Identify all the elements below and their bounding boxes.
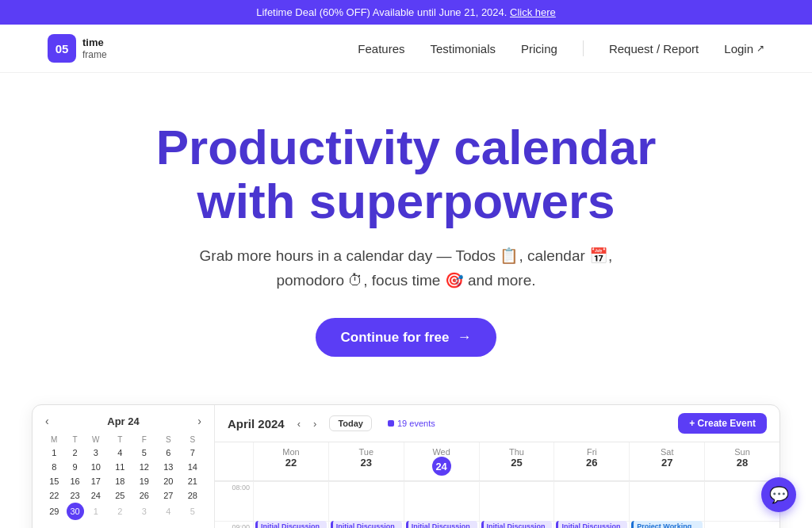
mini-cal-day[interactable]: 4 [108, 446, 132, 460]
mini-cal-day[interactable]: 16 [67, 474, 84, 488]
day-col-1: Initial Discussion09:00 - 10:30Focus Tim… [328, 481, 404, 528]
mini-cal-day[interactable]: 1 [84, 503, 109, 520]
mini-cal-day[interactable]: 10 [84, 460, 109, 474]
mini-cal-day[interactable]: 26 [132, 488, 157, 503]
nav-pricing[interactable]: Pricing [521, 42, 557, 55]
hero-section: Productivity calendar with superpowers G… [0, 73, 812, 388]
day-col-0: Initial Discussion09:00 - 10:30Focus Tim… [253, 481, 328, 528]
calendar-event[interactable]: Initial Discussion09:00 - 10:30 [481, 521, 553, 528]
mini-cal-day[interactable]: 17 [84, 474, 109, 488]
week-day-6: Sun 28 [704, 442, 779, 480]
calendar-toolbar: April 2024 ‹ › Today 19 events + Create … [215, 405, 779, 442]
weekday-col-2: W [84, 434, 109, 446]
mini-cal-day[interactable]: 27 [156, 488, 181, 503]
chat-icon: 💬 [769, 485, 789, 504]
mini-prev-button[interactable]: ‹ [42, 415, 52, 427]
login-button[interactable]: Login ↗ [724, 42, 764, 55]
logo-icon: 05 [48, 34, 76, 63]
day-col-3: Initial Discussion09:00 - 10:30Focus Tim… [479, 481, 554, 528]
weekday-col-0: M [42, 434, 67, 446]
week-day-4: Fri 26 [553, 442, 629, 480]
cta-arrow-icon: → [457, 329, 471, 346]
external-link-icon: ↗ [756, 43, 764, 54]
time-slot-08: 08:00 [215, 481, 253, 521]
weekday-col-4: F [132, 434, 157, 446]
weekday-col-1: T [67, 434, 84, 446]
mini-cal-day[interactable]: 14 [181, 460, 205, 474]
cta-label: Continue for free [341, 330, 450, 346]
mini-cal-day[interactable]: 2 [67, 446, 84, 460]
day-col-2: Initial Discussion09:00 - 10:30BusyDesig… [404, 481, 479, 528]
mini-next-button[interactable]: › [194, 415, 205, 427]
week-grid: Mon 22 Tue 23 Wed 24 Thu 25 [215, 442, 779, 528]
calendar-sidebar: ‹ Apr 24 › M T W T F S S 1234567891011 [33, 405, 215, 528]
cta-button[interactable]: Continue for free → [316, 318, 497, 357]
mini-cal-day[interactable]: 11 [108, 460, 132, 474]
mini-cal-day[interactable]: 23 [67, 488, 84, 503]
mini-cal-day[interactable]: 3 [132, 503, 157, 520]
nav-divider [583, 40, 584, 56]
calendar-event[interactable]: Project Working09:00 - 11:00 [631, 521, 703, 528]
mini-cal-day[interactable]: 4 [156, 503, 181, 520]
mini-calendar-header: ‹ Apr 24 › [42, 415, 205, 427]
calendar-section: ‹ Apr 24 › M T W T F S S 1234567891011 [0, 388, 812, 528]
mini-cal-day[interactable]: 7 [181, 446, 205, 460]
mini-cal-day[interactable]: 20 [156, 474, 181, 488]
calendar-main: April 2024 ‹ › Today 19 events + Create … [215, 405, 779, 528]
logo-text: time frame [82, 36, 107, 60]
logo[interactable]: 05 time frame [48, 34, 107, 63]
week-body: 08:00 09:00 10:00 11:00 12:00 13:00 14:0… [215, 481, 779, 528]
mini-cal-day[interactable]: 29 [42, 503, 67, 520]
banner-text: Lifetime Deal (60% OFF) Available until … [256, 6, 507, 18]
mini-cal-day[interactable]: 19 [132, 474, 157, 488]
day-col-4: Initial Discussion09:00 - 10:30Focus Tim… [553, 481, 629, 528]
navbar: 05 time frame Features Testimonials Pric… [0, 25, 812, 73]
nav-links: Features Testimonials Pricing Request / … [358, 40, 699, 56]
mini-cal-day[interactable]: 21 [181, 474, 205, 488]
chat-bubble[interactable]: 💬 [761, 477, 796, 512]
weekday-col-6: S [181, 434, 205, 446]
events-count: 19 events [378, 419, 445, 428]
calendar-app: ‹ Apr 24 › M T W T F S S 1234567891011 [32, 404, 780, 528]
top-banner: Lifetime Deal (60% OFF) Available until … [0, 0, 812, 25]
logo-line1: time [82, 36, 107, 49]
calendar-event[interactable]: Initial Discussion09:00 - 10:30 [556, 521, 627, 528]
time-col-header [215, 442, 253, 480]
mini-cal-day[interactable]: 30 [67, 503, 84, 520]
mini-cal-day[interactable]: 6 [156, 446, 181, 460]
mini-cal-day[interactable]: 15 [42, 474, 67, 488]
calendar-event[interactable]: Initial Discussion09:00 - 10:30 [406, 521, 477, 528]
hero-title: Productivity calendar with superpowers [128, 121, 684, 228]
mini-cal-day[interactable]: 24 [84, 488, 109, 503]
calendar-event[interactable]: Initial Discussion09:00 - 10:30 [331, 521, 402, 528]
mini-cal-day[interactable]: 1 [42, 446, 67, 460]
mini-cal-day[interactable]: 5 [132, 446, 157, 460]
mini-cal-day[interactable]: 2 [108, 503, 132, 520]
next-month-button[interactable]: › [310, 416, 320, 431]
week-day-0: Mon 22 [253, 442, 328, 480]
prev-month-button[interactable]: ‹ [294, 416, 304, 431]
nav-testimonials[interactable]: Testimonials [431, 42, 496, 55]
mini-cal-day[interactable]: 18 [108, 474, 132, 488]
mini-cal-day[interactable]: 25 [108, 488, 132, 503]
mini-cal-day[interactable]: 13 [156, 460, 181, 474]
week-header: Mon 22 Tue 23 Wed 24 Thu 25 [215, 442, 779, 481]
today-button[interactable]: Today [329, 415, 372, 431]
mini-cal-day[interactable]: 28 [181, 488, 205, 503]
time-slot-09: 09:00 [215, 521, 253, 528]
mini-cal-day[interactable]: 12 [132, 460, 157, 474]
mini-cal-day[interactable]: 9 [67, 460, 84, 474]
banner-link[interactable]: Click here [510, 6, 556, 18]
create-event-button[interactable]: + Create Event [678, 413, 767, 434]
day-col-5: Project Working09:00 - 11:00Meeting with… [629, 481, 704, 528]
nav-features[interactable]: Features [358, 42, 404, 55]
mini-cal-day[interactable]: 3 [84, 446, 109, 460]
weekday-col-3: T [108, 434, 132, 446]
nav-request[interactable]: Request / Report [609, 42, 699, 55]
calendar-event[interactable]: Initial Discussion09:00 - 10:30 [255, 521, 327, 528]
mini-cal-day[interactable]: 5 [181, 503, 205, 520]
mini-cal-day[interactable]: 8 [42, 460, 67, 474]
week-day-5: Sat 27 [629, 442, 704, 480]
mini-cal-day[interactable]: 22 [42, 488, 67, 503]
mini-calendar-grid: M T W T F S S 12345678910111213141516171… [42, 434, 205, 520]
